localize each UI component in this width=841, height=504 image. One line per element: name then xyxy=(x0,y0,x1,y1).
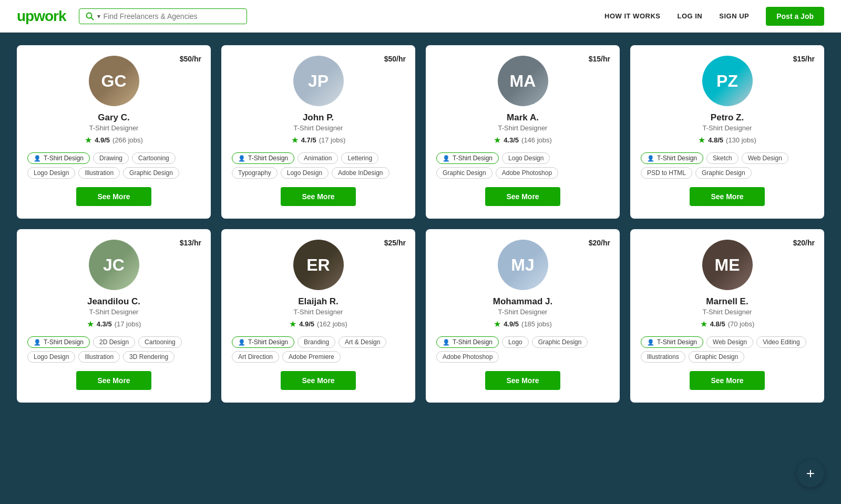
tag[interactable]: Animation xyxy=(298,152,338,164)
svg-line-1 xyxy=(91,17,93,19)
rating-value-john: 4.7/5 xyxy=(301,136,316,144)
tag[interactable]: Adobe Photoshop xyxy=(436,351,499,363)
card-name-mark: Mark A. xyxy=(507,112,539,123)
tag[interactable]: Drawing xyxy=(93,152,129,164)
tag[interactable]: Logo Design xyxy=(281,167,329,179)
search-bar[interactable]: ▾ xyxy=(79,8,247,24)
main-nav: HOW IT WORKS LOG IN SIGN UP Post a Job xyxy=(604,7,824,26)
tag[interactable]: 3D Rendering xyxy=(123,351,175,363)
tag[interactable]: Illustrations xyxy=(641,351,685,363)
tag-primary-icon: 👤 xyxy=(443,339,450,346)
tag[interactable]: 2D Design xyxy=(93,336,135,348)
tag[interactable]: Logo Design xyxy=(27,351,75,363)
rating-jobs-petro: (130 jobs) xyxy=(726,136,756,144)
avatar-petro: PZ xyxy=(702,56,753,106)
card-rating-mohammad: ★ 4.9/5 (185 jobs) xyxy=(494,319,552,329)
see-more-button-john[interactable]: See More xyxy=(281,187,355,206)
fab-button[interactable]: + xyxy=(797,460,824,487)
tag[interactable]: Illustration xyxy=(78,167,120,179)
tag[interactable]: Cartooning xyxy=(138,336,182,348)
tag[interactable]: 👤T-Shirt Design xyxy=(232,152,294,164)
rating-jobs-john: (17 jobs) xyxy=(319,136,346,144)
tag[interactable]: 👤T-Shirt Design xyxy=(27,336,90,348)
how-it-works-link[interactable]: HOW IT WORKS xyxy=(604,12,660,20)
see-more-button-mark[interactable]: See More xyxy=(485,187,560,206)
tag[interactable]: PSD to HTML xyxy=(641,167,692,179)
card-petro: $15/hrPZPetro Z.T-Shirt Designer★ 4.8/5 … xyxy=(630,45,824,219)
see-more-button-mohammad[interactable]: See More xyxy=(485,371,560,390)
search-input[interactable] xyxy=(104,12,240,20)
card-elaijah: $25/hrERElaijah R.T-Shirt Designer★ 4.9/… xyxy=(221,229,415,403)
upwork-logo[interactable]: upwork xyxy=(17,8,66,25)
card-mark: $15/hrMAMark A.T-Shirt Designer★ 4.3/5 (… xyxy=(426,45,620,219)
card-rating-mark: ★ 4.3/5 (146 jobs) xyxy=(494,135,552,145)
tag[interactable]: Typography xyxy=(232,167,278,179)
tag[interactable]: Graphic Design xyxy=(436,167,493,179)
see-more-button-petro[interactable]: See More xyxy=(690,187,764,206)
tag[interactable]: Logo Design xyxy=(27,167,75,179)
tag[interactable]: Art Direction xyxy=(232,351,279,363)
star-icon: ★ xyxy=(698,135,705,145)
tags-gary: 👤T-Shirt DesignDrawingCartooningLogo Des… xyxy=(27,152,200,179)
card-rate-john: $50/hr xyxy=(384,55,406,63)
star-icon: ★ xyxy=(494,135,501,145)
tags-mohammad: 👤T-Shirt DesignLogoGraphic DesignAdobe P… xyxy=(436,336,609,363)
card-title-gary: T-Shirt Designer xyxy=(89,124,139,132)
rating-jobs-elaijah: (162 jobs) xyxy=(317,320,347,328)
star-icon: ★ xyxy=(85,135,92,145)
tag[interactable]: Branding xyxy=(298,336,335,348)
tag[interactable]: 👤T-Shirt Design xyxy=(232,336,294,348)
tag[interactable]: Cartooning xyxy=(132,152,176,164)
post-job-button[interactable]: Post a Job xyxy=(766,7,824,26)
avatar-marnell: ME xyxy=(702,240,753,290)
card-title-marnell: T-Shirt Designer xyxy=(703,308,752,316)
avatar-john: JP xyxy=(293,56,344,106)
signup-link[interactable]: SIGN UP xyxy=(719,12,749,20)
card-rate-jean: $13/hr xyxy=(180,239,201,247)
see-more-button-elaijah[interactable]: See More xyxy=(281,371,355,390)
tag[interactable]: Adobe InDesign xyxy=(332,167,389,179)
avatar-jean: JC xyxy=(89,240,139,290)
tag[interactable]: Logo xyxy=(502,336,529,348)
card-name-mohammad: Mohammad J. xyxy=(493,296,552,307)
tag[interactable]: Sketch xyxy=(706,152,739,164)
card-rating-john: ★ 4.7/5 (17 jobs) xyxy=(291,135,346,145)
login-link[interactable]: LOG IN xyxy=(677,12,702,20)
tags-petro: 👤T-Shirt DesignSketchWeb DesignPSD to HT… xyxy=(641,152,814,179)
tag[interactable]: Lettering xyxy=(341,152,378,164)
see-more-button-jean[interactable]: See More xyxy=(76,371,151,390)
avatar-mohammad: MJ xyxy=(498,240,548,290)
card-rating-elaijah: ★ 4.9/5 (162 jobs) xyxy=(289,319,347,329)
tag[interactable]: Adobe Premiere xyxy=(282,351,341,363)
rating-value-elaijah: 4.9/5 xyxy=(299,320,314,328)
rating-jobs-mark: (146 jobs) xyxy=(521,136,552,144)
tag[interactable]: Graphic Design xyxy=(689,351,745,363)
star-icon: ★ xyxy=(700,319,707,329)
search-icon xyxy=(86,12,94,20)
tag[interactable]: Illustration xyxy=(78,351,120,363)
tag[interactable]: 👤T-Shirt Design xyxy=(641,336,703,348)
tag[interactable]: Graphic Design xyxy=(123,167,179,179)
tag[interactable]: 👤T-Shirt Design xyxy=(27,152,90,164)
tag[interactable]: Web Design xyxy=(742,152,788,164)
tag[interactable]: 👤T-Shirt Design xyxy=(436,152,499,164)
tag[interactable]: Logo Design xyxy=(502,152,550,164)
logo-work: work xyxy=(34,8,66,24)
tag[interactable]: Web Design xyxy=(706,336,753,348)
tag[interactable]: Graphic Design xyxy=(532,336,588,348)
search-dropdown-arrow[interactable]: ▾ xyxy=(97,13,100,20)
card-rate-mohammad: $20/hr xyxy=(589,239,610,247)
tag[interactable]: 👤T-Shirt Design xyxy=(436,336,499,348)
see-more-button-gary[interactable]: See More xyxy=(76,187,151,206)
card-title-jean: T-Shirt Designer xyxy=(89,308,139,316)
star-icon: ★ xyxy=(87,319,94,329)
rating-value-mark: 4.3/5 xyxy=(504,136,519,144)
tag[interactable]: 👤T-Shirt Design xyxy=(641,152,703,164)
tag[interactable]: Art & Design xyxy=(339,336,386,348)
see-more-button-marnell[interactable]: See More xyxy=(690,371,764,390)
tag[interactable]: Adobe Photoshop xyxy=(496,167,558,179)
tag[interactable]: Video Editing xyxy=(756,336,806,348)
tag-primary-icon: 👤 xyxy=(443,155,450,162)
star-icon: ★ xyxy=(291,135,299,145)
tag[interactable]: Graphic Design xyxy=(695,167,752,179)
